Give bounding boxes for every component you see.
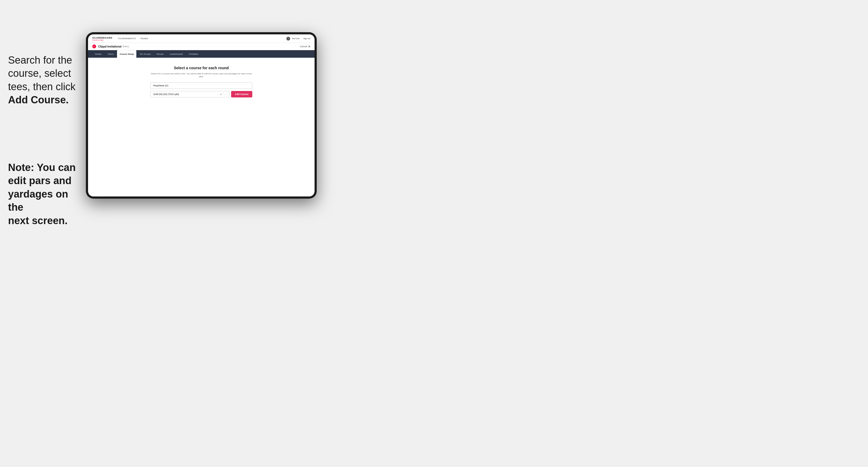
user-avatar: T	[286, 37, 290, 40]
tab-details[interactable]: Details	[92, 50, 104, 58]
tablet-device: SCOREBOARD Powered by clippd TOURNAMENTS…	[86, 32, 317, 198]
tee-select-row: Gold (M) (M) (7010 yds) ✕ ⌃⌄ Add Course	[150, 91, 252, 97]
tee-select-dropdown[interactable]: Gold (M) (M) (7010 yds) ✕ ⌃⌄	[150, 91, 229, 97]
cancel-icon: ✕	[308, 45, 310, 48]
add-course-button[interactable]: Add Course	[231, 91, 252, 97]
nav-links: TOURNAMENTS TEAMS	[118, 37, 286, 40]
section-desc: Search for a course and select a tee. Yo…	[150, 72, 252, 78]
tournament-header: C Clippd Invitational (Men) Cancel ✕	[88, 43, 315, 50]
tournament-name: Clippd Invitational	[98, 45, 122, 48]
sign-out-button[interactable]: Sign out	[303, 38, 310, 39]
logo-sub: Powered by clippd	[92, 39, 113, 41]
course-select-section: Select a course for each round Search fo…	[150, 66, 252, 97]
tab-results[interactable]: Results	[154, 50, 166, 58]
nav-tournaments[interactable]: TOURNAMENTS	[118, 37, 136, 40]
tab-teams[interactable]: Teams	[105, 50, 117, 58]
nav-bar: SCOREBOARD Powered by clippd TOURNAMENTS…	[88, 34, 315, 43]
section-title: Select a course for each round	[174, 66, 229, 70]
app-logo: SCOREBOARD Powered by clippd	[92, 36, 113, 41]
tab-leaderboards[interactable]: Leaderboards	[167, 50, 185, 58]
tablet-screen: SCOREBOARD Powered by clippd TOURNAMENTS…	[88, 34, 315, 196]
tab-course-setup[interactable]: Course Setup	[117, 50, 136, 58]
tournament-type: (Men)	[123, 45, 129, 48]
cancel-button[interactable]: Cancel ✕	[300, 45, 310, 48]
tab-tee-groups[interactable]: Tee Groups	[137, 50, 153, 58]
tee-select-controls: ✕ ⌃⌄	[220, 93, 226, 96]
course-search-input[interactable]	[150, 83, 252, 89]
tab-printables[interactable]: Printables	[186, 50, 201, 58]
logo-title: SCOREBOARD	[92, 36, 113, 39]
nav-user-area: T Test User | Sign out	[286, 37, 310, 40]
sub-nav: Details Teams Course Setup Tee Groups Re…	[88, 50, 315, 58]
instruction-panel: Search for the course, select tees, then…	[8, 54, 83, 107]
tee-select-value: Gold (M) (M) (7010 yds)	[153, 93, 179, 96]
instruction-note: Note: You can edit pars and yardages on …	[8, 161, 83, 227]
nav-separator: |	[301, 38, 302, 39]
tournament-icon: C	[92, 44, 96, 48]
main-content: Select a course for each round Search fo…	[88, 58, 315, 105]
tee-clear-icon[interactable]: ✕	[220, 93, 222, 96]
tee-arrow-icon[interactable]: ⌃⌄	[223, 93, 226, 96]
instruction-text: Search for the course, select tees, then…	[8, 55, 75, 105]
nav-teams[interactable]: TEAMS	[140, 37, 148, 40]
user-name: Test User	[292, 38, 300, 39]
